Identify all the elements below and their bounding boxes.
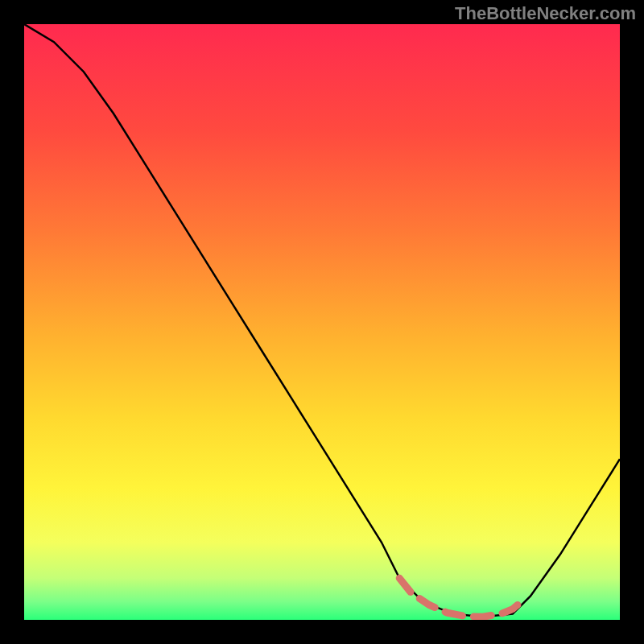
attribution-text: TheBottleNecker.com bbox=[455, 3, 636, 24]
trough-highlight bbox=[399, 578, 524, 617]
bottleneck-curve bbox=[24, 24, 620, 617]
curve-layer bbox=[24, 24, 620, 620]
plot-area bbox=[24, 24, 620, 620]
